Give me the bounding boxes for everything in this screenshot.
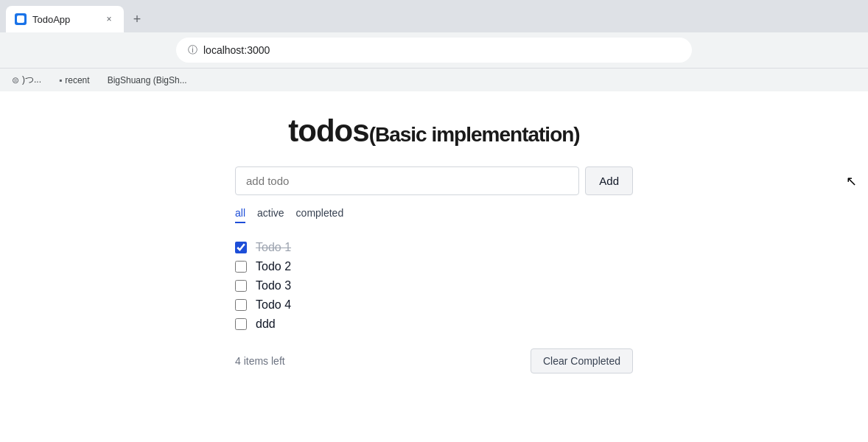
app-title-main: todos [288, 113, 368, 148]
items-left: 4 items left [235, 355, 285, 367]
todo-label-5: ddd [256, 318, 276, 331]
todo-checkbox-3[interactable] [235, 280, 247, 292]
add-button[interactable]: Add [585, 166, 633, 195]
todo-input[interactable] [235, 166, 579, 195]
todo-checkbox-1[interactable] [235, 242, 247, 253]
todo-label-3: Todo 3 [256, 279, 291, 292]
bookmark-label-2: recent [65, 75, 89, 85]
todo-checkbox-4[interactable] [235, 299, 247, 311]
todo-item-2: Todo 2 [235, 260, 633, 273]
footer-row: 4 items left Clear Completed [235, 348, 633, 373]
todo-label-4: Todo 4 [256, 298, 291, 312]
input-row: Add [235, 166, 633, 195]
todo-label-1: Todo 1 [256, 241, 291, 254]
app-title-sub: (Basic implementation) [369, 123, 580, 146]
bookmark-icon-1: ⊜ [12, 75, 19, 85]
tab-favicon [15, 13, 27, 25]
todo-item-5: ddd [235, 318, 633, 331]
app-title: todos(Basic implementation) [288, 113, 579, 149]
clear-completed-button[interactable]: Clear Completed [531, 348, 633, 373]
active-tab[interactable]: TodoApp × [6, 6, 124, 32]
address-bar-row: ⓘ localhost:3000 [0, 32, 868, 68]
new-tab-button[interactable]: + [127, 9, 147, 29]
todo-item-4: Todo 4 [235, 298, 633, 312]
info-icon: ⓘ [188, 43, 197, 57]
bookmark-label-1: )つ... [22, 74, 41, 86]
page-content: todos(Basic implementation) Add all acti… [0, 91, 868, 442]
filter-tabs: all active completed [235, 207, 633, 226]
browser-chrome: TodoApp × + ⓘ localhost:3000 ⊜ )つ... ▪ r… [0, 0, 868, 91]
bookmark-label-3: BigShuang (BigSh... [108, 75, 187, 85]
todo-checkbox-2[interactable] [235, 261, 247, 273]
address-bar[interactable]: ⓘ localhost:3000 [176, 38, 692, 63]
todo-checkbox-5[interactable] [235, 318, 247, 330]
bookmark-item-1[interactable]: ⊜ )つ... [6, 71, 47, 88]
bookmark-item-2[interactable]: ▪ recent [53, 73, 96, 88]
filter-tab-active[interactable]: active [257, 207, 284, 223]
filter-tab-completed[interactable]: completed [296, 207, 344, 223]
todo-item-1: Todo 1 [235, 241, 633, 254]
filter-tab-all[interactable]: all [235, 207, 245, 223]
folder-icon: ▪ [59, 75, 62, 85]
tab-title: TodoApp [32, 14, 97, 25]
tab-bar: TodoApp × + [0, 0, 868, 32]
todo-item-3: Todo 3 [235, 279, 633, 292]
bookmark-item-3[interactable]: BigShuang (BigSh... [102, 73, 193, 88]
bookmarks-bar: ⊜ )つ... ▪ recent BigShuang (BigSh... [0, 68, 868, 91]
todo-list: Todo 1 Todo 2 Todo 3 Todo 4 ddd [235, 241, 633, 331]
todo-label-2: Todo 2 [256, 260, 291, 273]
address-text: localhost:3000 [203, 44, 270, 56]
tab-close-button[interactable]: × [103, 13, 115, 25]
